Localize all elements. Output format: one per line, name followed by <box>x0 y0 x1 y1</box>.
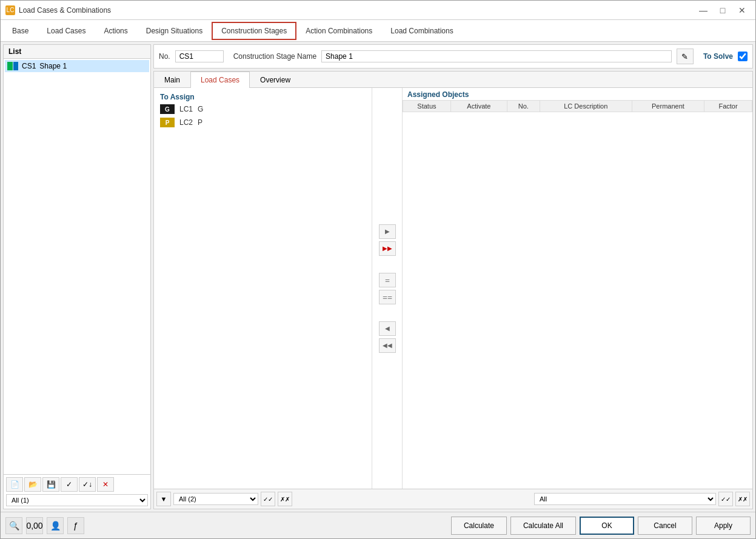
color-green <box>7 62 13 70</box>
tab-load-cases[interactable]: Load Cases <box>190 72 250 88</box>
save-button[interactable]: 💾 <box>42 477 59 492</box>
minimize-button[interactable]: ― <box>695 4 712 16</box>
assigned-objects-panel: Assigned Objects Status Activate No. LC … <box>403 88 752 489</box>
col-status: Status <box>403 101 451 112</box>
inner-bottom-bar: ▼ All (2) ✓✓ ✗✗ All ✓✓ ✗✗ <box>154 489 752 509</box>
list-header: List <box>4 45 150 59</box>
tab-overview[interactable]: Overview <box>250 72 301 88</box>
menu-actions[interactable]: Actions <box>95 22 136 39</box>
main-area: List CS1 Shape 1 📄 📂 � <box>1 42 755 512</box>
assigned-table: Status Activate No. LC Description Perma… <box>403 100 752 112</box>
lc1-label: G <box>198 105 203 113</box>
remove-all-button[interactable]: ◀◀ <box>379 338 396 353</box>
lc1-color: G <box>160 104 175 114</box>
check1-button[interactable]: ✓ <box>61 477 78 492</box>
person-status-icon[interactable]: 👤 <box>47 517 64 534</box>
close-button[interactable]: ✕ <box>734 4 751 16</box>
function-status-icon[interactable]: ƒ <box>67 517 84 534</box>
status-icons: 🔍 0,00 👤 ƒ <box>5 517 84 534</box>
no-input[interactable] <box>175 50 224 62</box>
lc2-no: LC2 <box>179 118 193 127</box>
assign-items: G LC1 G P LC2 P <box>156 102 369 129</box>
delete-button[interactable]: ✕ <box>97 477 114 492</box>
col-activate: Activate <box>450 101 507 112</box>
col-lc-description: LC Description <box>540 101 632 112</box>
add-all-button[interactable]: ▶▶ <box>379 241 396 256</box>
apply-button[interactable]: Apply <box>696 517 751 535</box>
title-bar: LC Load Cases & Combinations ― □ ✕ <box>1 1 755 20</box>
to-solve-label: To Solve <box>703 52 733 61</box>
window-title: Load Cases & Combinations <box>19 6 111 15</box>
lc2-label: P <box>198 118 202 127</box>
list-filter-select[interactable]: All (1) <box>6 494 148 506</box>
add-one-button[interactable]: ▶ <box>379 224 396 239</box>
ok-button[interactable]: OK <box>580 517 634 535</box>
list-item[interactable]: CS1 Shape 1 <box>5 60 149 72</box>
filter-button-left[interactable]: ▼ <box>156 492 171 506</box>
tab-main[interactable]: Main <box>154 72 190 88</box>
open-button[interactable]: 📂 <box>24 477 41 492</box>
main-window: LC Load Cases & Combinations ― □ ✕ Base … <box>0 0 756 539</box>
to-solve-checkbox[interactable] <box>738 52 748 61</box>
list-footer: 📄 📂 💾 ✓ ✓↓ ✕ All (1) <box>4 474 150 509</box>
item-color-indicator <box>7 62 18 70</box>
calculate-all-button[interactable]: Calculate All <box>510 517 576 535</box>
content-area: List CS1 Shape 1 📄 📂 � <box>1 42 755 512</box>
assigned-filter[interactable]: All <box>534 493 716 505</box>
check2-button[interactable]: ✓↓ <box>79 477 96 492</box>
col-factor: Factor <box>704 101 752 112</box>
menu-load-combinations[interactable]: Load Combinations <box>381 22 462 39</box>
no-label: No. <box>159 52 170 61</box>
check-all-button[interactable]: ✓✓ <box>261 492 275 506</box>
status-bar: 🔍 0,00 👤 ƒ Calculate Calculate All OK Ca… <box>1 512 755 538</box>
to-assign-panel: To Assign G LC1 G P LC2 <box>154 88 372 489</box>
menu-construction-stages[interactable]: Construction Stages <box>212 22 296 40</box>
assigned-check-button[interactable]: ✓✓ <box>718 492 733 506</box>
name-label: Construction Stage Name <box>233 52 316 61</box>
assign-item-lc2[interactable]: P LC2 P <box>156 116 369 129</box>
item-name: Shape 1 <box>39 62 67 70</box>
assigned-objects-header: Assigned Objects <box>403 88 752 100</box>
numeric-status-icon[interactable]: 0,00 <box>26 517 43 534</box>
to-assign-filter[interactable]: All (2) <box>173 493 258 505</box>
name-group: Construction Stage Name ✎ <box>233 49 694 64</box>
footer-toolbar: 📄 📂 💾 ✓ ✓↓ ✕ <box>6 477 148 492</box>
to-solve-section: To Solve <box>703 52 748 61</box>
edit-name-button[interactable]: ✎ <box>677 49 694 64</box>
menu-design-situations[interactable]: Design Situations <box>137 22 212 39</box>
item-no: CS1 <box>22 62 36 70</box>
remove-one-button[interactable]: ◀ <box>379 321 396 336</box>
lc2-color: P <box>160 118 175 127</box>
assign-item-lc1[interactable]: G LC1 G <box>156 102 369 116</box>
action-buttons: Calculate Calculate All OK Cancel Apply <box>451 517 751 535</box>
cancel-button[interactable]: Cancel <box>638 517 692 535</box>
no-group: No. <box>159 50 224 62</box>
uncheck-all-button[interactable]: ✗✗ <box>278 492 292 506</box>
top-form: No. Construction Stage Name ✎ To Solve <box>153 44 753 69</box>
tabs-header: Main Load Cases Overview <box>154 72 752 88</box>
menu-bar: Base Load Cases Actions Design Situation… <box>1 20 755 42</box>
tabs-content: To Assign G LC1 G P LC2 <box>154 88 752 509</box>
left-panel: List CS1 Shape 1 📄 📂 � <box>3 44 151 509</box>
transfer-buttons: ▶ ▶▶ ⚌ ⚌⚌ ◀ ◀◀ <box>372 88 403 489</box>
app-icon: LC <box>5 5 15 15</box>
menu-load-cases[interactable]: Load Cases <box>38 22 95 39</box>
assigned-uncheck-button[interactable]: ✗✗ <box>735 492 750 506</box>
new-button[interactable]: 📄 <box>6 477 23 492</box>
to-assign-header: To Assign <box>156 90 369 102</box>
lc1-no: LC1 <box>179 105 193 113</box>
name-input[interactable] <box>321 50 672 62</box>
assign-section: To Assign G LC1 G P LC2 <box>154 88 752 489</box>
maximize-button[interactable]: □ <box>714 4 731 16</box>
color-blue <box>13 62 19 70</box>
menu-action-combinations[interactable]: Action Combinations <box>296 22 381 39</box>
search-status-icon[interactable]: 🔍 <box>5 517 22 534</box>
tabs-area: Main Load Cases Overview To Assign G <box>153 71 753 509</box>
list-body: CS1 Shape 1 <box>4 59 150 474</box>
calculate-button[interactable]: Calculate <box>451 517 507 535</box>
remove-icon1-button[interactable]: ⚌ <box>379 273 396 287</box>
remove-icon2-button[interactable]: ⚌⚌ <box>379 290 396 304</box>
col-no: No. <box>507 101 540 112</box>
col-permanent: Permanent <box>632 101 704 112</box>
menu-base[interactable]: Base <box>3 22 38 39</box>
